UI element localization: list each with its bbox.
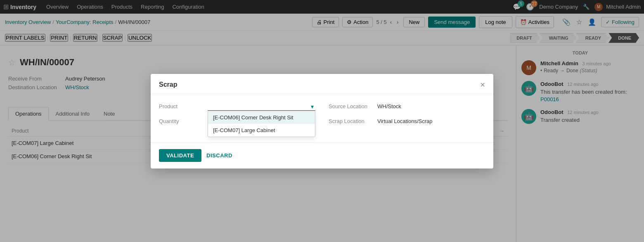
modal-source-location-label: Source Location — [329, 103, 374, 109]
discard-button[interactable]: DISCARD — [206, 152, 232, 159]
modal-fields: Product ▾ [E-COM06] Corner Desk Right Si… — [159, 102, 485, 126]
modal-body: Product ▾ [E-COM06] Corner Desk Right Si… — [151, 94, 493, 142]
modal-title: Scrap — [159, 81, 177, 88]
modal-scrap-location-label: Scrap Location — [329, 118, 374, 124]
modal-quantity-label: Quantity — [159, 118, 204, 124]
modal-product-select-wrap: ▾ [E-COM06] Corner Desk Right Sit [E-COM… — [208, 102, 315, 111]
modal-product-label: Product — [159, 103, 204, 109]
modal-footer: VALIDATE DISCARD — [151, 142, 493, 168]
modal-scrap-location-field: Scrap Location Virtual Locations/Scrap — [329, 117, 485, 126]
modal-header: Scrap × — [151, 74, 493, 94]
scrap-modal: Scrap × Product ▾ [E-COM06] Corner Desk … — [151, 74, 493, 168]
modal-product-input[interactable] — [208, 102, 315, 111]
modal-overlay[interactable]: Scrap × Product ▾ [E-COM06] Corner Desk … — [0, 0, 644, 242]
modal-source-location-value: WH/Stock — [377, 103, 485, 109]
modal-source-location-field: Source Location WH/Stock — [329, 102, 485, 111]
modal-scrap-location-value: Virtual Locations/Scrap — [377, 118, 485, 124]
dropdown-item-ecom07[interactable]: [E-COM07] Large Cabinet — [208, 124, 315, 137]
validate-button[interactable]: VALIDATE — [159, 149, 201, 162]
product-dropdown-list: [E-COM06] Corner Desk Right Sit [E-COM07… — [208, 111, 315, 137]
modal-product-field: Product ▾ [E-COM06] Corner Desk Right Si… — [159, 102, 315, 111]
dropdown-item-ecom06[interactable]: [E-COM06] Corner Desk Right Sit — [208, 111, 315, 124]
modal-close-button[interactable]: × — [480, 81, 485, 89]
